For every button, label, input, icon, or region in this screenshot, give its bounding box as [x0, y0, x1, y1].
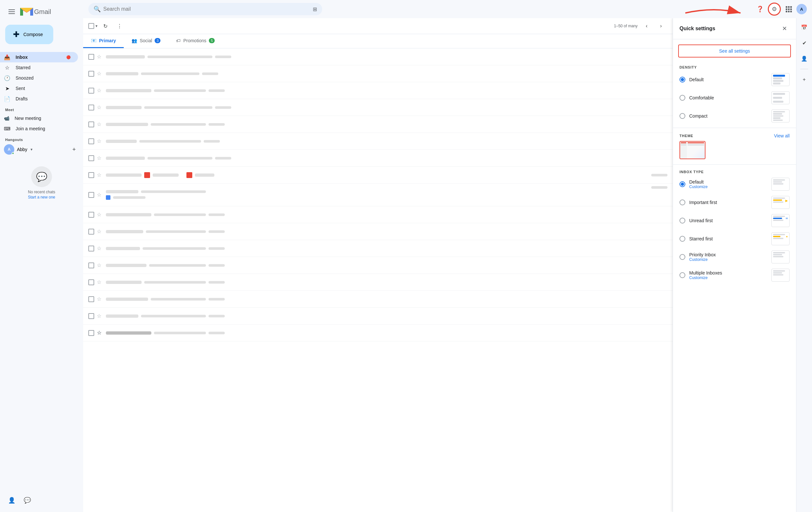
email-checkbox[interactable]: [88, 246, 94, 252]
view-all-themes-link[interactable]: View all: [774, 133, 790, 138]
star-button[interactable]: ☆: [97, 296, 103, 303]
email-checkbox[interactable]: [88, 88, 94, 93]
email-row[interactable]: ☆: [83, 206, 673, 223]
settings-button[interactable]: ⚙: [768, 3, 781, 16]
star-button[interactable]: ☆: [97, 245, 103, 252]
more-options-button[interactable]: ⋮: [113, 20, 126, 32]
email-checkbox[interactable]: [88, 71, 94, 77]
calendar-icon[interactable]: 📅: [798, 21, 811, 34]
tab-promotions[interactable]: 🏷 Promotions 5: [168, 34, 223, 48]
email-row[interactable]: ☆: [83, 308, 673, 324]
inbox-unread-radio[interactable]: [679, 218, 685, 224]
email-row[interactable]: ☆: [83, 223, 673, 240]
email-row[interactable]: ☆: [83, 167, 673, 183]
density-default-radio[interactable]: [679, 77, 685, 83]
star-button[interactable]: ☆: [97, 54, 103, 60]
star-button[interactable]: ☆: [97, 313, 103, 319]
contacts-icon[interactable]: 👤: [798, 52, 811, 65]
people-icon[interactable]: 👤: [5, 494, 18, 507]
select-all-container[interactable]: ▾: [88, 23, 97, 29]
next-page-button[interactable]: ›: [655, 20, 667, 32]
email-checkbox[interactable]: [88, 330, 94, 336]
email-checkbox[interactable]: [88, 155, 94, 161]
email-row[interactable]: ☆: [83, 133, 673, 150]
email-checkbox[interactable]: [88, 279, 94, 285]
quick-settings-close-button[interactable]: ✕: [779, 23, 790, 34]
inbox-multiple-customize[interactable]: Customize: [689, 276, 767, 280]
theme-preview[interactable]: [679, 141, 705, 159]
star-button[interactable]: ☆: [97, 330, 103, 336]
tab-social[interactable]: 👥 Social 3: [124, 34, 168, 48]
sidebar-item-sent[interactable]: ➤ Sent: [0, 83, 78, 93]
inbox-default-customize[interactable]: Customize: [689, 184, 767, 189]
star-button[interactable]: ☆: [97, 104, 103, 111]
start-new-link[interactable]: Start a new one: [28, 195, 55, 199]
inbox-type-multiple[interactable]: Multiple Inboxes Customize: [673, 266, 796, 284]
user-avatar[interactable]: A: [796, 4, 807, 14]
chat-icon[interactable]: 💬: [21, 494, 34, 507]
star-button[interactable]: ☆: [97, 121, 103, 128]
inbox-type-unread-first[interactable]: Unread first ✉: [673, 211, 796, 230]
star-button[interactable]: ☆: [97, 70, 103, 77]
star-button[interactable]: ☆: [97, 262, 103, 269]
email-row[interactable]: ☆: [83, 324, 673, 341]
email-checkbox[interactable]: [88, 313, 94, 319]
help-button[interactable]: ❓: [754, 3, 766, 16]
star-button[interactable]: ☆: [97, 172, 103, 178]
add-hangout-button[interactable]: +: [70, 146, 78, 153]
email-row[interactable]: ☆: [83, 240, 673, 257]
tab-primary[interactable]: 📧 Primary: [83, 34, 124, 48]
inbox-multiple-radio[interactable]: [679, 272, 685, 278]
inbox-type-starred-first[interactable]: Starred first ★: [673, 230, 796, 248]
compose-button[interactable]: ✚ Compose: [5, 25, 53, 44]
email-checkbox[interactable]: [88, 138, 94, 144]
email-row[interactable]: ☆: [83, 82, 673, 99]
inbox-priority-customize[interactable]: Customize: [689, 257, 767, 262]
see-all-settings-button[interactable]: See all settings: [678, 45, 791, 57]
star-button[interactable]: ☆: [97, 155, 103, 162]
inbox-type-default[interactable]: Default Customize: [673, 175, 796, 193]
email-checkbox[interactable]: [88, 54, 94, 60]
density-comfortable[interactable]: Comfortable: [673, 89, 796, 107]
search-bar[interactable]: 🔍 ⊞: [88, 3, 322, 15]
email-row[interactable]: ☆: [83, 65, 673, 82]
star-button[interactable]: ☆: [97, 192, 103, 198]
star-button[interactable]: ☆: [97, 211, 103, 218]
hamburger-icon[interactable]: [5, 5, 18, 18]
email-checkbox[interactable]: [88, 212, 94, 218]
inbox-starred-radio[interactable]: [679, 236, 685, 242]
email-row[interactable]: ☆: [83, 274, 673, 291]
email-row[interactable]: ☆: [83, 49, 673, 65]
email-row[interactable]: ☆: [83, 257, 673, 274]
star-button[interactable]: ☆: [97, 138, 103, 145]
sidebar-item-join-meeting[interactable]: ⌨ Join a meeting: [0, 123, 78, 134]
sidebar-item-snoozed[interactable]: 🕐 Snoozed: [0, 73, 78, 83]
density-compact-radio[interactable]: [679, 113, 685, 119]
add-icon[interactable]: +: [798, 73, 811, 86]
email-checkbox[interactable]: [88, 229, 94, 234]
search-input[interactable]: [103, 6, 310, 12]
email-row[interactable]: ☆: [83, 150, 673, 167]
email-checkbox[interactable]: [88, 121, 94, 127]
prev-page-button[interactable]: ‹: [640, 20, 653, 32]
email-checkbox[interactable]: [88, 296, 94, 302]
tasks-icon[interactable]: ✔: [798, 36, 811, 49]
inbox-priority-radio[interactable]: [679, 254, 685, 260]
email-row[interactable]: ☆: [83, 291, 673, 308]
email-checkbox[interactable]: [88, 192, 94, 198]
density-compact[interactable]: Compact: [673, 107, 796, 125]
density-comfortable-radio[interactable]: [679, 95, 685, 101]
select-all-checkbox[interactable]: [88, 23, 94, 29]
sidebar-item-inbox[interactable]: 📥 Inbox 🔴: [0, 52, 78, 62]
density-default[interactable]: Default: [673, 70, 796, 89]
email-checkbox[interactable]: [88, 262, 94, 268]
inbox-default-radio[interactable]: [679, 181, 685, 187]
refresh-button[interactable]: ↻: [99, 20, 112, 32]
inbox-type-priority[interactable]: Priority Inbox Customize: [673, 248, 796, 266]
email-row[interactable]: ☆: [83, 116, 673, 133]
sidebar-item-drafts[interactable]: 📄 Drafts: [0, 93, 78, 104]
star-button[interactable]: ☆: [97, 279, 103, 286]
email-checkbox[interactable]: [88, 172, 94, 178]
email-checkbox[interactable]: [88, 105, 94, 110]
select-chevron[interactable]: ▾: [95, 24, 97, 28]
